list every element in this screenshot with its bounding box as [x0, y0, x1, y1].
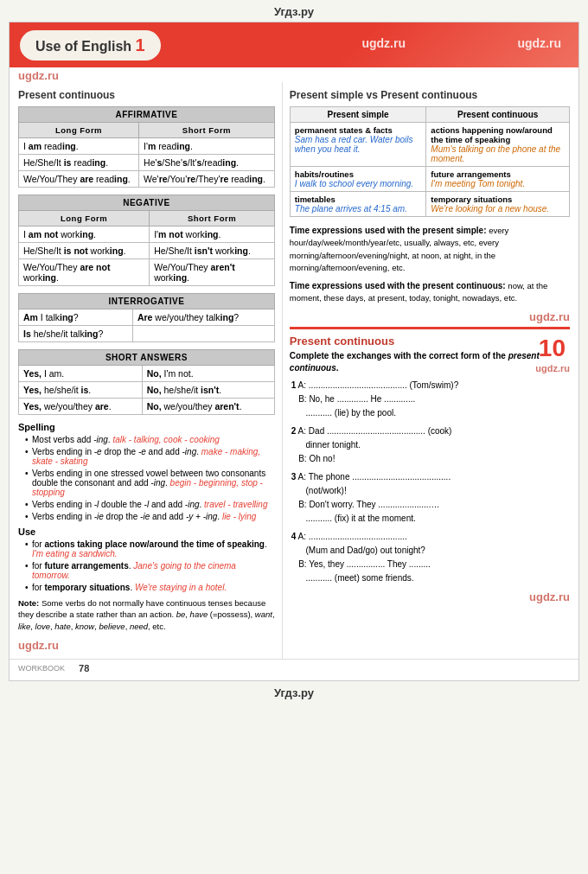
negative-table: NEGATIVE Long Form Short Form I am not w…	[18, 195, 275, 286]
left-column: Present continuous AFFIRMATIVE Long Form…	[10, 82, 283, 659]
vs-cell-3-1: timetables The plane arrives at 4:15 am.	[290, 192, 426, 217]
neg-long-2: He/She/It is not working.	[19, 243, 150, 259]
list-item: Most verbs add -ing. talk - talking, coo…	[25, 435, 275, 444]
list-item: for future arrangements. Jane's going to…	[25, 561, 275, 580]
site-footer-name: Угдз.ру	[274, 686, 314, 699]
table-row: I am not working. I'm not working.	[19, 226, 275, 243]
aff-long-2: He/She/It is reading.	[19, 155, 139, 171]
interrogative-table: INTERROGATIVE Am I talking? Are we/you/t…	[18, 293, 275, 342]
note-section: Note: Some verbs do not normally have co…	[18, 597, 275, 632]
use-title: Use	[18, 526, 275, 537]
right-column: Present simple vs Present continuous Pre…	[283, 82, 578, 659]
watermark-instruction-right: ugdz.ru	[535, 362, 570, 375]
ex-num-3: 3	[291, 472, 297, 482]
list-item: Verbs ending in -ie drop the -ie and add…	[25, 512, 275, 521]
red-header: Use of English 1 ugdz.ru ugdz.ru	[10, 22, 578, 67]
page-wrapper: Use of English 1 ugdz.ru ugdz.ru ugdz.ru…	[9, 22, 579, 681]
vs-col1-header: Present simple	[290, 107, 426, 123]
site-header: Угдз.ру	[0, 0, 588, 22]
short-answers-header: SHORT ANSWERS	[19, 350, 275, 366]
vs-cell-1-2: actions happening now/around the time of…	[426, 123, 570, 167]
list-item: Verbs ending in one stressed vowel betwe…	[25, 469, 275, 497]
ex-num-4: 4	[291, 532, 297, 541]
time-expr-continuous: Time expressions used with the present c…	[290, 279, 570, 305]
content-area: Present continuous AFFIRMATIVE Long Form…	[10, 82, 578, 659]
spelling-list: Most verbs add -ing. talk - talking, coo…	[18, 435, 275, 521]
list-item: Verbs ending in -e drop the -e and add -…	[25, 447, 275, 466]
right-section-title: Present simple vs Present continuous	[290, 89, 570, 101]
ex1-b-dots3: ...........	[306, 408, 333, 418]
table-row: We/You/They are not working. We/You/They…	[19, 259, 275, 286]
table-row: He/She/It is not working. He/She/It isn'…	[19, 243, 275, 259]
ex1-b-dots1: .............	[337, 394, 368, 404]
ex3-b-dots2: ...........	[306, 514, 333, 523]
sa-col1-3: Yes, we/you/they are.	[19, 399, 143, 415]
table-row: He/She/It is reading. He's/She's/It's/re…	[19, 155, 275, 171]
sa-col2-1: No, I'm not.	[142, 366, 274, 382]
neg-short-3: We/You/They aren't working.	[150, 259, 275, 286]
use-list: for actions taking place now/around the …	[18, 539, 275, 592]
ex2-a-dots: ........................................…	[327, 426, 425, 436]
exercise-number-badge: 10	[539, 335, 566, 362]
title-box: Use of English 1	[20, 30, 161, 61]
neg-short-2: He/She/It isn't working.	[150, 243, 275, 259]
watermark-bottom-right: ugdz.ru	[529, 590, 570, 603]
left-section-title: Present continuous	[18, 89, 275, 101]
ex3-b-dots1: ......................…	[378, 500, 439, 509]
list-item: for actions taking place now/around the …	[25, 539, 275, 558]
exercise-section-title: Present continuous	[290, 335, 570, 348]
watermark-mid-left: ugdz.ru	[18, 69, 59, 82]
table-row: Yes, we/you/they are. No, we/you/they ar…	[19, 399, 275, 415]
short-answers-table: SHORT ANSWERS Yes, I am. No, I'm not. Ye…	[18, 349, 275, 415]
exercise-header-wrap: Present continuous 10 Complete the excha…	[290, 335, 570, 374]
neg-col2-header: Short Form	[150, 211, 275, 226]
header-number: 1	[136, 35, 145, 54]
table-row: Yes, he/she/it is. No, he/she/it isn't.	[19, 382, 275, 399]
int-col1-1: Am I talking?	[19, 309, 133, 326]
ex1-a-dots: ........................................…	[309, 380, 407, 390]
header-title: Use of English	[35, 39, 131, 54]
table-row: Yes, I am. No, I'm not.	[19, 366, 275, 382]
ex4-b-dots2: .........	[409, 559, 431, 569]
affirmative-header: AFFIRMATIVE	[19, 107, 275, 123]
aff-short-2: He's/She's/It's/reading.	[139, 155, 275, 171]
exercise-item-4: 4 A: ...................................…	[291, 530, 568, 585]
ex-num-1: 1	[291, 380, 297, 390]
sa-col1-2: Yes, he/she/it is.	[19, 382, 143, 399]
site-footer: Угдз.ру	[0, 681, 588, 705]
table-row: permanent states & facts Sam has a red c…	[290, 123, 569, 167]
vs-col2-header: Present continuous	[426, 107, 570, 123]
aff-col2-header: Short Form	[139, 123, 275, 138]
watermark-top1: ugdz.ru	[361, 36, 406, 50]
sa-col2-3: No, we/you/they aren't.	[142, 399, 274, 415]
table-row: Am I talking? Are we/you/they talking?	[19, 309, 275, 326]
neg-long-3: We/You/They are not working.	[19, 259, 150, 286]
ex4-b-dots3: ...........	[306, 573, 333, 583]
affirmative-table: AFFIRMATIVE Long Form Short Form I am re…	[18, 106, 275, 188]
table-row: timetables The plane arrives at 4:15 am.…	[290, 192, 569, 217]
aff-short-3: We're/You're/They're reading.	[139, 171, 275, 188]
table-row: Is he/she/it talking?	[19, 326, 275, 342]
exercise-section: Present continuous 10 Complete the excha…	[290, 327, 570, 603]
vs-table: Present simple Present continuous perman…	[290, 106, 570, 217]
table-row: habits/routines I walk to school every m…	[290, 167, 569, 192]
workbook-label: WORKBOOK	[18, 664, 65, 673]
ex4-b-dots1: ...............	[347, 559, 383, 569]
exercise-item-1: 1 A: ...................................…	[291, 379, 568, 420]
neg-short-1: I'm not working.	[150, 226, 275, 243]
aff-long-1: I am reading.	[19, 138, 139, 155]
exercises: 1 A: ...................................…	[290, 379, 570, 585]
ex-num-2: 2	[291, 426, 297, 436]
vs-cell-2-1: habits/routines I walk to school every m…	[290, 167, 426, 192]
neg-col1-header: Long Form	[19, 211, 150, 226]
page-footer: WORKBOOK 78	[10, 659, 578, 680]
aff-col1-header: Long Form	[19, 123, 139, 138]
use-section: Use for actions taking place now/around …	[18, 526, 275, 632]
exercise-item-2: 2 A: Dad ...............................…	[291, 424, 568, 466]
watermark-top2: ugdz.ru	[517, 36, 561, 50]
neg-long-1: I am not working.	[19, 226, 150, 243]
ex1-b-dots2: .............	[384, 394, 415, 404]
table-row: We/You/They are reading. We're/You're/Th…	[19, 171, 275, 188]
table-row: I am reading. I'm reading.	[19, 138, 275, 155]
list-item: for temporary situations. We're staying …	[25, 583, 275, 592]
